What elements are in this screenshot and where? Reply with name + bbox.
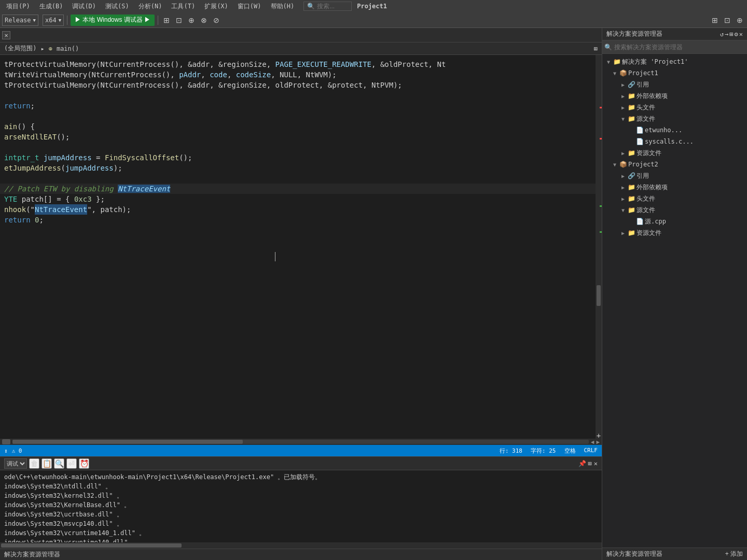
p2-extdeps-node[interactable]: ▶ 📁 外部依赖项 xyxy=(602,181,747,193)
p2-main-node[interactable]: 📄 源.cpp xyxy=(602,216,747,227)
solution-expand-icon: ▼ xyxy=(604,59,613,65)
p2-headers-arrow: ▶ xyxy=(619,196,627,202)
toolbar-btn-4[interactable]: ⊗ xyxy=(199,15,209,26)
menu-extensions[interactable]: 扩展(X) xyxy=(200,1,232,12)
scroll-thumb[interactable] xyxy=(597,285,601,306)
output-line-2: indows\System32\ntdll.dll" 。 xyxy=(4,482,598,491)
output-copy-btn[interactable]: 📋 xyxy=(42,458,52,469)
toolbar-btn-1[interactable]: ⊞ xyxy=(161,15,172,26)
tab-close-button[interactable]: ✕ xyxy=(2,31,10,39)
se-add-button[interactable]: + 添加 xyxy=(725,550,743,558)
p1-resources-node[interactable]: ▶ 📁 资源文件 xyxy=(602,147,747,159)
p1-syscalls-node[interactable]: 📄 syscalls.c... xyxy=(602,136,747,147)
panel-pin-icon[interactable]: 📌 xyxy=(578,460,586,467)
se-search-input[interactable] xyxy=(614,44,745,51)
menu-window[interactable]: 窗口(W) xyxy=(233,1,266,12)
breadcrumb-expand-icon[interactable]: ⊞ xyxy=(594,45,598,52)
p2-sources-label: 源文件 xyxy=(637,206,655,215)
p2-resources-node[interactable]: ▶ 📁 资源文件 xyxy=(602,227,747,239)
vertical-scrollbar[interactable]: + xyxy=(596,55,602,439)
code-line-jump: intptr_t jumpAddress = FindSyscallOffset… xyxy=(0,152,596,163)
menu-build[interactable]: 生成(B) xyxy=(35,1,67,12)
solution-root[interactable]: ▼ 📁 解决方案 'Project1' xyxy=(602,56,747,67)
se-settings-icon[interactable]: ⚙ xyxy=(735,31,738,38)
code-line-return1: return; xyxy=(0,101,596,111)
toolbar-btn-right-3[interactable]: ⊕ xyxy=(735,15,745,26)
output-clock-btn[interactable]: ⏰ xyxy=(79,458,89,469)
status-branch: ↕ xyxy=(4,447,8,454)
bottom-scrollbar[interactable] xyxy=(0,542,602,549)
code-line-2: tWriteVirtualMemory(NtCurrentProcess(), … xyxy=(0,69,596,80)
project-title: Project1 xyxy=(353,3,391,10)
p1-ref-arrow: ▶ xyxy=(619,82,627,88)
status-col: 字符: 25 xyxy=(531,447,556,455)
menu-project[interactable]: 项目(P) xyxy=(2,1,34,12)
panel-close-icon[interactable]: ✕ xyxy=(594,460,598,467)
solution-explorer-controls: ↺ → ⊞ ⚙ ✕ xyxy=(720,31,743,38)
menu-help[interactable]: 帮助(H) xyxy=(267,1,299,12)
p2-extdeps-label: 外部依赖项 xyxy=(637,183,668,192)
p2-main-icon: 📄 xyxy=(635,218,644,225)
p2-headers-node[interactable]: ▶ 📁 头文件 xyxy=(602,193,747,204)
h-scroll-left-btn[interactable] xyxy=(2,439,10,444)
output-wrap-btn[interactable]: ⏎ xyxy=(66,458,77,469)
se-expand-icon[interactable]: ⊞ xyxy=(729,31,733,38)
p1-etwunho-icon: 📄 xyxy=(635,127,644,134)
menu-search-input[interactable] xyxy=(317,3,348,10)
code-editor[interactable]: tProtectVirtualMemory(NtCurrentProcess()… xyxy=(0,55,596,439)
menu-bar: 项目(P) 生成(B) 调试(D) 测试(S) 分析(N) 工具(T) 扩展(X… xyxy=(0,0,747,12)
scroll-right-icon[interactable]: ▶ xyxy=(596,439,600,445)
arch-dropdown[interactable]: x64 ▼ xyxy=(43,15,64,26)
breadcrumb-function[interactable]: main() xyxy=(57,45,79,52)
p1-extdeps-node[interactable]: ▶ 📁 外部依赖项 xyxy=(602,90,747,102)
se-pin-icon[interactable]: → xyxy=(725,31,728,38)
menu-search-box[interactable]: 🔍 xyxy=(303,2,352,11)
p2-ref-node[interactable]: ▶ 🔗 引用 xyxy=(602,170,747,181)
panel-menu-icon[interactable]: ⊞ xyxy=(588,460,592,467)
arch-label: x64 xyxy=(45,17,57,24)
p1-etwunho-node[interactable]: 📄 etwunho... xyxy=(602,124,747,136)
config-dropdown[interactable]: Release ▼ xyxy=(2,15,38,26)
scroll-left-icon[interactable]: ◀ xyxy=(591,439,594,445)
menu-test[interactable]: 测试(S) xyxy=(101,1,133,12)
h-scroll-thumb[interactable] xyxy=(12,440,243,444)
h-scrollbar-track[interactable] xyxy=(12,440,589,444)
p1-headers-node[interactable]: ▶ 📁 头文件 xyxy=(602,102,747,113)
p2-main-label: 源.cpp xyxy=(645,217,666,226)
project1-node[interactable]: ▼ 📦 Project1 xyxy=(602,67,747,79)
p1-extdeps-icon: 📁 xyxy=(627,92,635,100)
expand-regions-button[interactable]: + xyxy=(596,432,602,439)
p1-icon: 📦 xyxy=(619,69,627,77)
output-clear-btn[interactable]: 🗑 xyxy=(29,458,39,469)
config-label: Release xyxy=(5,17,31,24)
output-line-1: ode\C++\etwunhook-main\etwunhook-main\Pr… xyxy=(4,472,598,482)
p2-sources-node[interactable]: ▼ 📁 源文件 xyxy=(602,204,747,216)
p1-sources-node[interactable]: ▼ 📁 源文件 xyxy=(602,113,747,124)
p2-ref-label: 引用 xyxy=(637,172,649,180)
se-close-icon[interactable]: ✕ xyxy=(739,31,743,38)
code-main-area: ✕ (全局范围) ▸ ⊕ main() ⊞ tProtectVirtualMem… xyxy=(0,28,602,456)
se-refresh-icon[interactable]: ↺ xyxy=(720,31,724,38)
code-line-blank2 xyxy=(0,111,596,121)
code-line-return0: return 0; xyxy=(0,215,596,225)
output-find-btn[interactable]: 🔍 xyxy=(54,458,64,469)
menu-tools[interactable]: 工具(T) xyxy=(167,1,199,12)
p1-ref-node[interactable]: ▶ 🔗 引用 xyxy=(602,79,747,90)
project2-node[interactable]: ▼ 📦 Project2 xyxy=(602,159,747,170)
output-source-dropdown[interactable]: 调试 xyxy=(4,458,27,469)
solution-label: 解决方案 'Project1' xyxy=(622,58,688,66)
bottom-scroll-thumb[interactable] xyxy=(1,543,182,548)
toolbar-btn-right-2[interactable]: ⊡ xyxy=(722,15,732,26)
bottom-panel-toolbar: 调试 🗑 📋 🔍 ⏎ ⏰ xyxy=(4,458,89,469)
toolbar-btn-5[interactable]: ⊘ xyxy=(211,15,222,26)
debug-button[interactable]: ▶ 本地 Windows 调试器 ▶ xyxy=(71,15,155,26)
menu-analyze[interactable]: 分析(N) xyxy=(134,1,167,12)
toolbar-btn-2[interactable]: ⊡ xyxy=(174,15,184,26)
main-layout: ✕ (全局范围) ▸ ⊕ main() ⊞ tProtectVirtualMem… xyxy=(0,28,747,560)
toolbar-btn-right-1[interactable]: ⊞ xyxy=(710,15,720,26)
h-scroll-controls: ◀ ▶ xyxy=(591,439,600,445)
menu-debug[interactable]: 调试(D) xyxy=(68,1,100,12)
breadcrumb-scope[interactable]: (全局范围) xyxy=(4,44,36,53)
toolbar-btn-3[interactable]: ⊕ xyxy=(186,15,197,26)
toolbar-sep-1 xyxy=(67,16,67,25)
